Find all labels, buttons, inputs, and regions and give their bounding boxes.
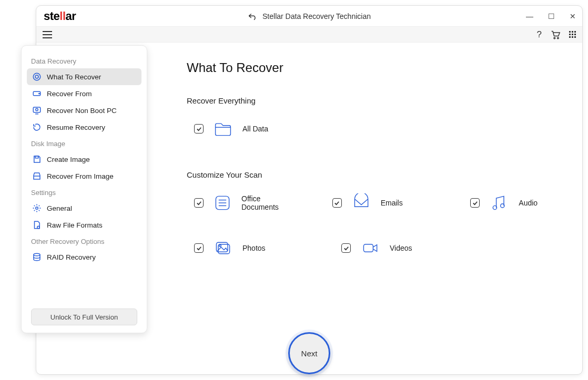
checkbox-all-data[interactable]	[194, 124, 204, 133]
svg-rect-16	[33, 107, 40, 112]
toolbar: ?	[36, 27, 582, 43]
sidebar-item-general[interactable]: General	[27, 200, 141, 217]
audio-icon	[489, 193, 509, 213]
undo-icon	[248, 13, 257, 20]
svg-point-1	[557, 37, 559, 39]
option-emails[interactable]: Emails	[332, 193, 429, 213]
sidebar-item-label: General	[47, 204, 72, 212]
raid-icon	[32, 252, 42, 262]
minimize-button[interactable]: —	[526, 12, 533, 20]
sidebar-item-label: Raw File Formats	[47, 221, 103, 229]
sidebar-item-label: Recover From	[47, 90, 92, 98]
option-label: Emails	[381, 199, 403, 207]
sidebar-item-recover-from-image[interactable]: Recover From Image	[27, 168, 141, 184]
sidebar-item-label: RAID Recovery	[47, 253, 96, 261]
help-button[interactable]: ?	[537, 29, 542, 40]
section-recover-everything: Recover Everything	[187, 96, 566, 105]
sidebar-group-title: Other Recovery Options	[27, 233, 141, 249]
window-controls: — ☐ ✕	[526, 12, 576, 20]
svg-point-21	[37, 226, 40, 229]
checkbox-emails[interactable]	[332, 198, 342, 208]
option-label: Photos	[242, 244, 266, 252]
section-customize-scan: Customize Your Scan	[187, 170, 566, 179]
sidebar-group-title: Disk Image	[27, 136, 141, 151]
page-heading: What To Recover	[187, 60, 566, 75]
email-icon	[351, 193, 371, 213]
svg-point-0	[554, 37, 555, 39]
sidebar: Data Recovery What To Recover Recover Fr…	[21, 45, 147, 333]
sidebar-item-recover-non-boot[interactable]: Recover Non Boot PC	[27, 102, 141, 119]
sidebar-group-title: Settings	[27, 184, 141, 200]
sidebar-item-raid-recovery[interactable]: RAID Recovery	[27, 249, 141, 265]
resume-icon	[32, 122, 42, 132]
sidebar-item-raw-file-formats[interactable]: Raw File Formats	[27, 217, 141, 233]
option-photos[interactable]: Photos	[194, 238, 299, 258]
document-icon	[213, 193, 232, 213]
target-icon	[32, 72, 42, 81]
next-button[interactable]: Next	[288, 332, 330, 374]
option-label: Office Documents	[241, 194, 290, 211]
file-icon	[32, 220, 42, 230]
checkbox-photos[interactable]	[194, 243, 204, 253]
monitor-icon	[32, 106, 42, 115]
option-videos[interactable]: Videos	[341, 238, 447, 258]
titlebar: stellar Stellar Data Recovery Technician…	[36, 6, 582, 27]
app-logo: stellar	[44, 9, 76, 23]
save-icon	[32, 155, 42, 164]
option-label: Videos	[390, 244, 412, 252]
cart-icon[interactable]	[550, 30, 561, 39]
option-label: All Data	[242, 125, 268, 133]
svg-point-13	[35, 75, 38, 78]
option-label: Audio	[519, 199, 538, 207]
svg-point-20	[36, 207, 38, 210]
svg-point-22	[34, 253, 40, 256]
option-audio[interactable]: Audio	[470, 193, 566, 213]
logo-prefix: ste	[44, 9, 59, 23]
maximize-button[interactable]: ☐	[548, 12, 555, 20]
toolbar-right: ?	[537, 29, 576, 40]
logo-accent: ll	[59, 9, 65, 23]
unlock-button[interactable]: Unlock To Full Version	[31, 309, 137, 325]
window-title-area: Stellar Data Recovery Technician	[248, 12, 371, 20]
checkbox-office[interactable]	[194, 198, 204, 208]
gear-icon	[32, 203, 42, 213]
photos-icon	[213, 238, 233, 258]
menu-button[interactable]	[43, 31, 52, 38]
apps-grid-icon[interactable]	[569, 31, 576, 38]
drive-icon	[32, 89, 42, 98]
logo-suffix: ar	[66, 9, 76, 23]
sidebar-item-label: Recover Non Boot PC	[47, 107, 117, 115]
svg-point-15	[39, 93, 40, 94]
checkbox-videos[interactable]	[341, 243, 351, 253]
video-icon	[360, 238, 380, 258]
close-button[interactable]: ✕	[570, 12, 576, 20]
svg-rect-19	[35, 156, 38, 158]
svg-point-12	[33, 73, 40, 80]
sidebar-item-recover-from[interactable]: Recover From	[27, 85, 141, 102]
svg-point-17	[36, 108, 38, 111]
sidebar-item-label: Recover From Image	[47, 172, 114, 180]
sidebar-item-label: What To Recover	[47, 73, 101, 81]
sidebar-item-what-to-recover[interactable]: What To Recover	[27, 68, 141, 85]
folder-icon	[213, 119, 233, 139]
sidebar-item-create-image[interactable]: Create Image	[27, 151, 141, 168]
sidebar-group-title: Data Recovery	[27, 53, 141, 68]
sidebar-item-label: Resume Recovery	[47, 124, 105, 131]
window-title: Stellar Data Recovery Technician	[262, 12, 371, 20]
sidebar-item-resume-recovery[interactable]: Resume Recovery	[27, 119, 141, 136]
sidebar-item-label: Create Image	[47, 156, 90, 163]
checkbox-audio[interactable]	[470, 198, 480, 208]
option-office-documents[interactable]: Office Documents	[194, 193, 290, 213]
image-recover-icon	[32, 171, 42, 181]
svg-rect-11	[363, 244, 373, 252]
svg-point-10	[219, 245, 221, 247]
main-panel: What To Recover Recover Everything All D…	[171, 48, 582, 374]
option-all-data[interactable]: All Data	[194, 119, 299, 139]
